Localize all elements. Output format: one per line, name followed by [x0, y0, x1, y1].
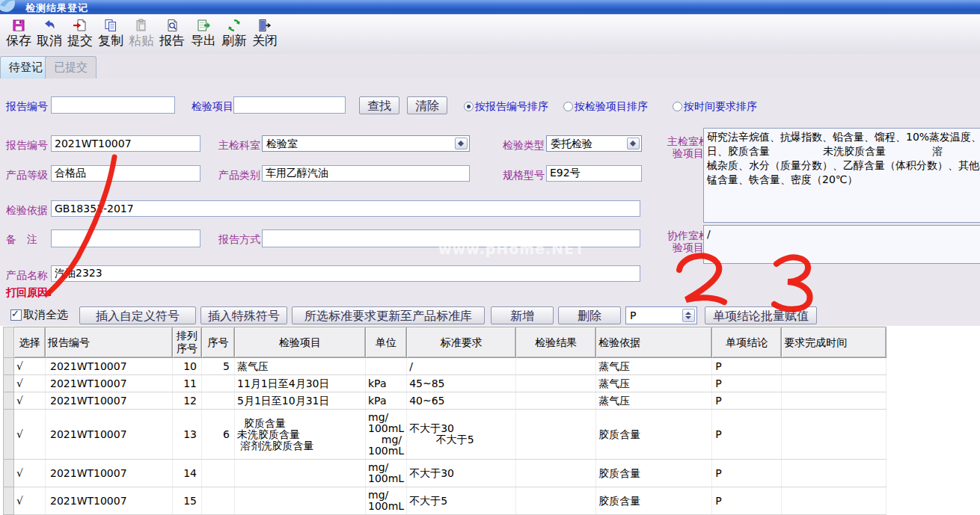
- report-no-input[interactable]: [51, 135, 200, 152]
- cell-item[interactable]: 11月1日至4月30日: [235, 375, 366, 392]
- cell-result[interactable]: [516, 410, 596, 460]
- cell-unit[interactable]: kPa: [366, 375, 407, 392]
- cell-conclusion[interactable]: P: [712, 358, 782, 375]
- cell-unit[interactable]: mg/ 100mL: [366, 487, 407, 515]
- spec-model-input[interactable]: [546, 165, 642, 182]
- cell-conclusion[interactable]: P: [712, 487, 782, 515]
- cell-result[interactable]: [516, 375, 596, 392]
- main-items-textarea[interactable]: 研究法辛烷值、抗爆指数、铅含量、馏程、10%蒸发温度、50%蒸 日、胶质含量 未…: [703, 128, 980, 223]
- main-dept-combo[interactable]: 检验室: [262, 135, 470, 152]
- batch-assign-button[interactable]: 单项结论批量赋值: [705, 306, 817, 324]
- cell-conclusion[interactable]: P: [712, 375, 782, 392]
- tab-submitted[interactable]: 已提交: [45, 56, 97, 78]
- cell-seq_no[interactable]: [202, 392, 235, 410]
- cell-conclusion[interactable]: P: [712, 410, 782, 460]
- combo-spinner-icon[interactable]: [627, 138, 640, 149]
- copy-button[interactable]: 复制: [96, 17, 126, 52]
- cell-report_no[interactable]: 2021WT10007: [46, 410, 173, 460]
- cell-finish_time[interactable]: [782, 410, 886, 460]
- cell-conclusion[interactable]: P: [712, 392, 782, 410]
- cell-item[interactable]: 胶质含量 未洗胶质含量 溶剂洗胶质含量: [235, 410, 366, 460]
- report-method-input[interactable]: [262, 229, 640, 247]
- cell-report_no[interactable]: 2021WT10007: [46, 358, 173, 375]
- sort-by-item-radio[interactable]: [563, 102, 573, 111]
- insert-custom-symbol-button[interactable]: 插入自定义符号: [79, 306, 196, 324]
- cell-std_req[interactable]: /: [407, 358, 516, 375]
- cell-check[interactable]: √: [14, 410, 46, 460]
- cell-finish_time[interactable]: [782, 487, 886, 515]
- cell-result[interactable]: [516, 460, 596, 487]
- cell-item[interactable]: 蒸气压: [235, 358, 366, 375]
- conclusion-combo[interactable]: P: [625, 306, 697, 324]
- cell-unit[interactable]: mg/ 100mL: [366, 460, 407, 487]
- product-grade-input[interactable]: [51, 165, 200, 182]
- search-report-no-input[interactable]: [51, 96, 175, 114]
- coop-items-textarea[interactable]: /: [703, 225, 980, 264]
- cell-report_no[interactable]: 2021WT10007: [46, 375, 173, 392]
- cell-seq_no[interactable]: 5: [202, 358, 235, 375]
- export-button[interactable]: 导出: [189, 17, 218, 52]
- product-type-input[interactable]: [262, 165, 470, 182]
- cell-check[interactable]: √: [14, 358, 46, 375]
- cell-order_no[interactable]: 11: [173, 375, 202, 392]
- inspect-basis-input[interactable]: [51, 200, 640, 217]
- cell-unit[interactable]: mg/ 100mL mg/ 100mL: [366, 410, 407, 460]
- cell-basis[interactable]: 胶质含量: [596, 410, 712, 460]
- cell-basis[interactable]: 蒸气压: [596, 358, 712, 375]
- cell-std_req[interactable]: 不大于5: [407, 487, 516, 515]
- cell-result[interactable]: [516, 358, 596, 375]
- clear-button[interactable]: 清除: [407, 96, 447, 114]
- cell-report_no[interactable]: 2021WT10007: [46, 392, 173, 410]
- report-button[interactable]: 报告: [157, 17, 187, 52]
- cell-check[interactable]: √: [14, 460, 46, 487]
- cell-basis[interactable]: 蒸气压: [596, 392, 712, 410]
- inspect-type-combo[interactable]: 委托检验: [546, 135, 642, 152]
- product-name-input[interactable]: [51, 265, 640, 282]
- cell-report_no[interactable]: 2021WT10007: [46, 460, 173, 487]
- sort-by-time-radio[interactable]: [673, 102, 682, 111]
- cell-order_no[interactable]: 14: [173, 460, 202, 487]
- delete-button[interactable]: 删除: [558, 306, 621, 324]
- cancel-button[interactable]: 取消: [34, 17, 64, 52]
- cell-result[interactable]: [516, 487, 596, 515]
- cell-basis[interactable]: 胶质含量: [596, 460, 712, 487]
- close-button[interactable]: 关闭: [250, 17, 280, 52]
- cell-result[interactable]: [516, 392, 596, 410]
- search-item-input[interactable]: [233, 96, 346, 114]
- cell-order_no[interactable]: 10: [173, 358, 202, 375]
- cell-item[interactable]: [235, 487, 366, 515]
- cell-conclusion[interactable]: P: [712, 460, 782, 487]
- cell-item[interactable]: 5月1日至10月31日: [235, 392, 366, 410]
- cell-seq_no[interactable]: [202, 460, 235, 487]
- cell-check[interactable]: √: [14, 487, 46, 515]
- find-button[interactable]: 查找: [359, 96, 399, 114]
- cell-std_req[interactable]: 40~65: [407, 392, 516, 410]
- save-button[interactable]: 保存: [4, 17, 34, 52]
- cell-finish_time[interactable]: [782, 460, 886, 487]
- sort-by-report-radio[interactable]: [464, 102, 474, 111]
- combo-spinner-icon[interactable]: [455, 138, 468, 149]
- add-button[interactable]: 新增: [491, 306, 554, 324]
- cell-std_req[interactable]: 45~85: [407, 375, 516, 392]
- combo-spinner-icon[interactable]: [682, 309, 695, 322]
- tab-pending[interactable]: 待登记: [0, 56, 52, 78]
- refresh-button[interactable]: 刷新: [219, 17, 249, 52]
- cell-finish_time[interactable]: [782, 358, 886, 375]
- submit-button[interactable]: 提交: [65, 17, 95, 52]
- cell-unit[interactable]: [366, 358, 407, 375]
- cell-unit[interactable]: kPa: [366, 392, 407, 410]
- cell-finish_time[interactable]: [782, 392, 886, 410]
- cell-seq_no[interactable]: [202, 375, 235, 392]
- remark-input[interactable]: [51, 229, 200, 247]
- cell-finish_time[interactable]: [782, 375, 886, 392]
- cell-order_no[interactable]: 13: [173, 410, 202, 460]
- cell-std_req[interactable]: 不大于30: [407, 460, 516, 487]
- cell-order_no[interactable]: 12: [173, 392, 202, 410]
- cell-seq_no[interactable]: 6: [202, 410, 235, 460]
- cell-report_no[interactable]: 2021WT10007: [46, 487, 173, 515]
- cell-check[interactable]: √: [14, 375, 46, 392]
- update-standard-button[interactable]: 所选标准要求更新至产品标准库: [292, 306, 485, 324]
- cell-check[interactable]: √: [14, 392, 46, 410]
- cell-basis[interactable]: 蒸气压: [596, 375, 712, 392]
- cell-order_no[interactable]: 15: [173, 487, 202, 515]
